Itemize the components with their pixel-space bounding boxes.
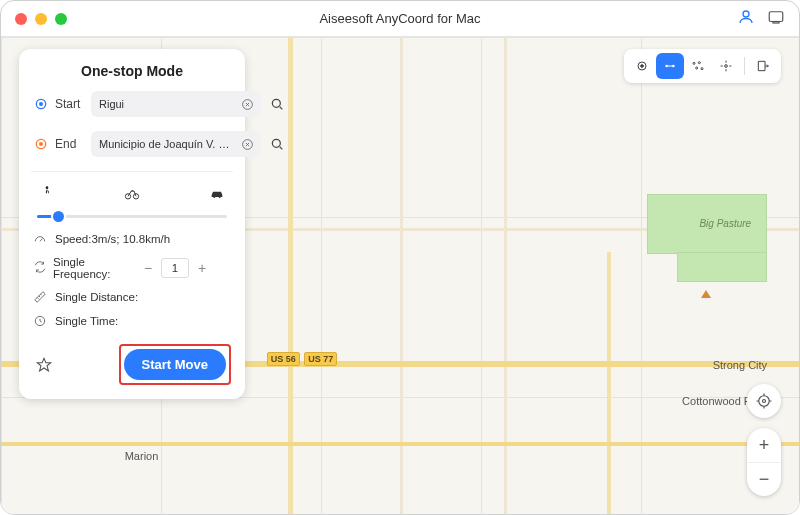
end-search-icon[interactable] xyxy=(269,134,285,154)
map-road xyxy=(1,442,799,446)
end-input-wrap xyxy=(91,131,261,157)
zoom-out-button[interactable]: − xyxy=(747,462,781,496)
end-clear-icon[interactable] xyxy=(237,134,257,154)
speed-slider[interactable] xyxy=(33,210,231,222)
frequency-stepper: − 1 + xyxy=(139,258,211,278)
frequency-row: Single Frequency: − 1 + xyxy=(33,256,231,280)
mode-modify-location-button[interactable] xyxy=(628,53,656,79)
start-input[interactable] xyxy=(99,98,237,110)
svg-rect-2 xyxy=(773,21,779,23)
travel-car-icon[interactable] xyxy=(207,184,227,202)
travel-bike-icon[interactable] xyxy=(122,184,142,202)
travel-mode-row xyxy=(33,184,231,202)
map-city-label: Strong City xyxy=(713,359,767,371)
account-icon[interactable] xyxy=(737,8,755,30)
svg-point-11 xyxy=(725,65,728,68)
svg-point-17 xyxy=(272,99,280,107)
svg-point-8 xyxy=(698,62,700,64)
end-pin-icon xyxy=(33,136,49,152)
zoom-controls: + − xyxy=(747,384,781,496)
mode-joystick-button[interactable] xyxy=(712,53,740,79)
svg-point-6 xyxy=(672,65,675,68)
speed-thumb[interactable] xyxy=(53,211,64,222)
frequency-decrement-button[interactable]: − xyxy=(139,259,157,277)
map-city-label: Marion xyxy=(125,450,159,462)
mode-toolbar xyxy=(624,49,781,83)
time-row: Single Time: xyxy=(33,314,231,328)
svg-point-25 xyxy=(213,196,215,198)
time-label: Single Time: xyxy=(55,315,118,327)
repeat-icon xyxy=(33,260,47,276)
svg-point-10 xyxy=(701,68,703,70)
end-label: End xyxy=(55,137,85,151)
start-clear-icon[interactable] xyxy=(237,94,257,114)
distance-row: Single Distance: xyxy=(33,290,231,304)
window-maximize-button[interactable] xyxy=(55,13,67,25)
ruler-icon xyxy=(33,290,47,304)
start-move-button[interactable]: Start Move xyxy=(124,349,226,380)
svg-point-7 xyxy=(693,62,695,64)
window-close-button[interactable] xyxy=(15,13,27,25)
svg-rect-1 xyxy=(769,11,783,21)
zoom-group: + − xyxy=(747,428,781,496)
frequency-value[interactable]: 1 xyxy=(161,258,189,278)
svg-point-0 xyxy=(743,11,749,17)
titlebar-actions xyxy=(737,8,785,30)
traffic-lights xyxy=(15,13,67,25)
svg-point-21 xyxy=(272,139,280,147)
start-field: Start xyxy=(33,89,231,119)
highway-shield: US 77 xyxy=(304,352,337,366)
mode-multi-stop-button[interactable] xyxy=(684,53,712,79)
svg-point-19 xyxy=(39,142,43,146)
window-minimize-button[interactable] xyxy=(35,13,47,25)
speed-track xyxy=(37,215,227,218)
svg-point-24 xyxy=(133,194,138,199)
frequency-increment-button[interactable]: + xyxy=(193,259,211,277)
feedback-icon[interactable] xyxy=(767,8,785,30)
titlebar: Aiseesoft AnyCoord for Mac xyxy=(1,1,799,37)
svg-point-12 xyxy=(759,396,770,407)
svg-point-23 xyxy=(125,194,130,199)
svg-point-9 xyxy=(696,67,698,69)
svg-point-22 xyxy=(46,186,49,189)
panel-separator xyxy=(31,171,233,172)
start-label: Start xyxy=(55,97,85,111)
svg-point-13 xyxy=(763,400,766,403)
start-input-wrap xyxy=(91,91,261,117)
start-move-highlight: Start Move xyxy=(119,344,231,385)
app-window: Aiseesoft AnyCoord for Mac Big Pasture U… xyxy=(0,0,800,515)
window-title: Aiseesoft AnyCoord for Mac xyxy=(1,11,799,26)
svg-point-4 xyxy=(641,65,644,68)
distance-label: Single Distance: xyxy=(55,291,138,303)
mode-one-stop-button[interactable] xyxy=(656,53,684,79)
svg-point-5 xyxy=(665,65,668,68)
zoom-in-button[interactable]: + xyxy=(747,428,781,462)
favorite-icon[interactable] xyxy=(33,354,55,376)
travel-walk-icon[interactable] xyxy=(37,184,57,202)
panel-title: One-stop Mode xyxy=(33,63,231,79)
map-park xyxy=(677,252,767,282)
speed-row: Speed:3m/s; 10.8km/h xyxy=(33,232,231,246)
svg-point-26 xyxy=(219,196,221,198)
clock-icon xyxy=(33,314,47,328)
svg-point-15 xyxy=(39,102,43,106)
end-field: End xyxy=(33,129,231,159)
frequency-label: Single Frequency: xyxy=(53,256,133,280)
map-road xyxy=(607,252,611,514)
toolbar-divider xyxy=(744,57,745,75)
speed-text: Speed:3m/s; 10.8km/h xyxy=(55,233,170,245)
recenter-button[interactable] xyxy=(747,384,781,418)
gauge-icon xyxy=(33,232,47,246)
map-poi-icon xyxy=(701,290,711,298)
highway-shield: US 56 xyxy=(267,352,300,366)
end-input[interactable] xyxy=(99,138,237,150)
map-park-label: Big Pasture xyxy=(699,218,751,229)
one-stop-panel: One-stop Mode Start xyxy=(19,49,245,399)
export-button[interactable] xyxy=(749,53,777,79)
panel-footer: Start Move xyxy=(33,344,231,385)
start-pin-icon xyxy=(33,96,49,112)
start-search-icon[interactable] xyxy=(269,94,285,114)
map-canvas[interactable]: Big Pasture US 56 US 77 Marion Strong Ci… xyxy=(1,37,799,514)
